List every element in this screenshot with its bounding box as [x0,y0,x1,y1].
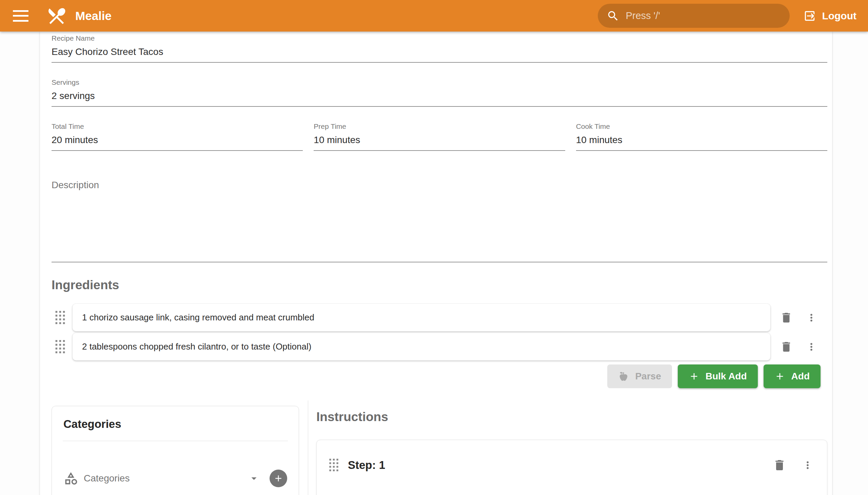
ingredient-row [52,304,827,331]
categories-card: Categories Categories [52,406,299,495]
drag-handle-icon[interactable] [329,459,340,472]
ingredients-heading: Ingredients [52,278,827,292]
parse-button[interactable]: Parse [607,364,672,388]
add-label: Add [792,371,810,382]
step-card: Step: 1 Combine crumbled chorizo and chi… [316,440,827,495]
add-category-button[interactable] [270,470,287,487]
ingredient-list [52,304,827,360]
step-title: Step: 1 [348,459,771,472]
bulk-add-label: Bulk Add [705,371,747,382]
search-box[interactable] [598,4,790,28]
shapes-icon [63,471,78,486]
total-time-input[interactable] [52,135,303,146]
ingredient-card [72,304,770,331]
categories-select[interactable]: Categories [62,470,289,487]
description-label: Description [52,180,827,190]
ingredient-actions: Parse Bulk Add Add [52,364,827,388]
categories-divider [63,441,288,441]
ingredient-menu-button[interactable] [804,340,818,354]
search-input[interactable] [626,10,781,21]
trash-icon [780,340,793,353]
search-icon [607,10,619,22]
times-row: Total Time Prep Time Cook Time [52,122,827,151]
description-textarea[interactable] [52,194,827,260]
servings-label: Servings [52,78,827,86]
logout-icon [803,10,816,22]
cook-time-field: Cook Time [576,122,827,151]
prep-time-label: Prep Time [313,122,565,131]
lower-section: Categories Categories [52,400,827,495]
logout-button[interactable]: Logout [801,6,858,26]
apple-icon [618,371,629,382]
trash-icon [780,311,793,324]
parse-label: Parse [635,371,661,382]
kebab-menu-icon [802,459,813,471]
delete-step-button[interactable] [771,457,788,473]
total-time-field: Total Time [52,122,303,151]
delete-ingredient-button[interactable] [779,310,794,325]
app-title: Mealie [75,9,112,23]
servings-input[interactable] [52,90,827,101]
prep-time-field: Prep Time [313,122,565,151]
delete-ingredient-button[interactable] [779,339,794,355]
trash-icon [773,458,786,472]
drag-handle-icon[interactable] [55,311,66,324]
app-bar: Mealie Logout [0,0,868,32]
categories-select-label: Categories [84,473,248,484]
recipe-editor-card: Recipe Name Servings Total Time Prep Tim… [40,32,832,495]
plus-icon [688,371,699,382]
mealie-logo-icon [46,5,67,27]
prep-time-input[interactable] [313,135,565,146]
logout-label: Logout [822,10,856,22]
recipe-name-field: Recipe Name [52,34,827,63]
plus-icon [775,371,785,382]
categories-card-title: Categories [63,418,289,431]
plus-icon [273,473,284,483]
ingredient-menu-button[interactable] [804,310,818,325]
ingredient-row [52,333,827,360]
hamburger-menu-icon[interactable] [13,10,29,22]
kebab-menu-icon [806,341,817,353]
ingredient-card [72,333,770,360]
add-button[interactable]: Add [764,364,820,388]
step-header: Step: 1 [329,457,815,473]
step-menu-button[interactable] [801,458,815,472]
drag-handle-icon[interactable] [55,340,66,354]
cook-time-input[interactable] [576,135,827,146]
ingredient-input[interactable] [82,312,761,323]
total-time-label: Total Time [52,122,303,131]
recipe-name-label: Recipe Name [52,34,827,42]
instructions-heading: Instructions [316,410,827,424]
cook-time-label: Cook Time [576,122,827,131]
recipe-name-input[interactable] [52,47,827,57]
bulk-add-button[interactable]: Bulk Add [678,364,758,388]
servings-field: Servings [52,78,827,107]
ingredient-input[interactable] [82,341,761,352]
kebab-menu-icon [806,312,817,323]
organizer-column: Categories Categories [52,400,308,495]
description-field: Description [52,180,827,262]
chevron-down-icon[interactable] [248,472,260,484]
instructions-column: Instructions Step: 1 [308,400,827,495]
